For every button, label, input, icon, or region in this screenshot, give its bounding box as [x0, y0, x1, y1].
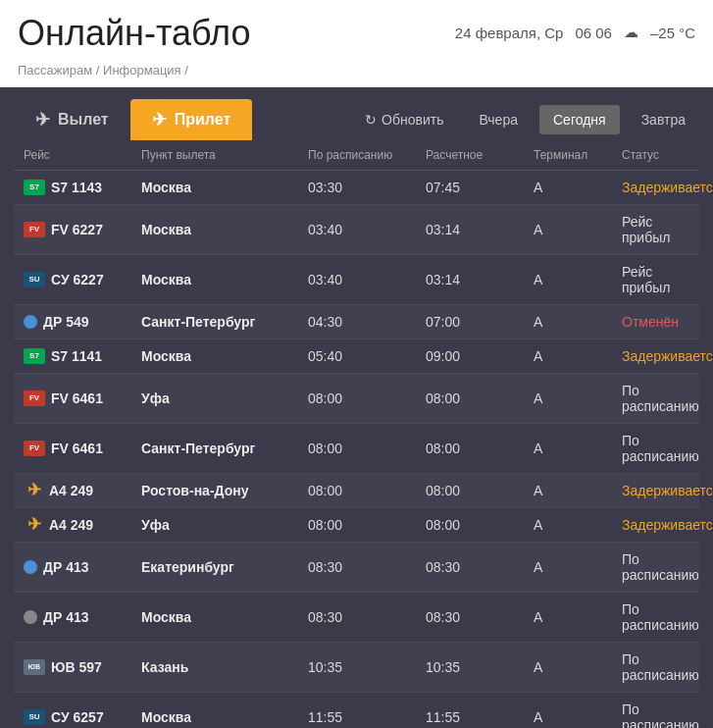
airline-icon: [24, 610, 37, 624]
flight-terminal: A: [534, 314, 622, 330]
refresh-button[interactable]: ↻ Обновить: [351, 105, 457, 134]
breadcrumb-item: Информация: [103, 63, 181, 78]
today-button[interactable]: Сегодня: [539, 105, 620, 134]
flight-number: SU СУ 6257: [24, 709, 141, 725]
table-row[interactable]: ✈ A4 249 Уфа 08:00 08:00 A Задерживается: [14, 508, 699, 543]
table-row[interactable]: ✈ A4 249 Ростов-на-Дону 08:00 08:00 A За…: [14, 474, 699, 508]
airline-icon: FV: [24, 441, 45, 456]
refresh-icon: ↻: [365, 112, 377, 128]
flight-status: По расписанию: [622, 433, 699, 464]
flight-terminal: A: [534, 272, 622, 287]
flight-number: ✈ A4 249: [24, 483, 141, 498]
flight-scheduled: 03:40: [308, 272, 426, 287]
breadcrumb: Пассажирам / Информация /: [0, 59, 713, 87]
table-row[interactable]: ЮВ ЮВ 597 Казань 10:35 10:35 A По распис…: [14, 643, 699, 693]
table-row[interactable]: ДР 549 Санкт-Петербург 04:30 07:00 A Отм…: [14, 305, 699, 339]
flight-estimated: 07:45: [426, 180, 534, 195]
flight-terminal: A: [534, 609, 622, 625]
flight-origin: Ростов-на-Дону: [141, 483, 308, 498]
col-scheduled: По расписанию: [308, 148, 426, 162]
airline-icon: ЮВ: [24, 659, 45, 675]
weather-icon: ☁: [624, 24, 638, 41]
flight-scheduled: 08:30: [308, 559, 426, 575]
flight-terminal: A: [534, 483, 622, 498]
flight-scheduled: 05:40: [308, 348, 426, 364]
airline-icon: S7: [24, 348, 45, 364]
airline-icon: ✈: [24, 483, 45, 498]
flight-estimated: 03:14: [426, 222, 534, 237]
table-row[interactable]: FV FV 6461 Санкт-Петербург 08:00 08:00 A…: [14, 424, 699, 474]
table-row[interactable]: SU СУ 6257 Москва 11:55 11:55 A По распи…: [14, 693, 699, 728]
header-date: 24 февраля, Ср: [455, 25, 564, 41]
flight-number: S7 S7 1143: [24, 180, 141, 195]
flight-terminal: A: [534, 390, 622, 406]
flight-number: ✈ A4 249: [24, 517, 141, 533]
tabs-bar: ✈ Вылет ✈ Прилет ↻ Обновить Вчера Сегодн…: [0, 87, 713, 140]
airline-icon: FV: [24, 390, 45, 406]
arrival-icon: ✈: [152, 109, 167, 130]
flight-status: По расписанию: [622, 601, 699, 633]
airline-icon: [24, 315, 37, 329]
airline-icon: S7: [24, 180, 45, 195]
table-row[interactable]: ДР 413 Екатеринбург 08:30 08:30 A По рас…: [14, 543, 699, 593]
flight-scheduled: 08:30: [308, 609, 426, 625]
flight-status: По расписанию: [622, 551, 699, 583]
table-row[interactable]: S7 S7 1143 Москва 03:30 07:45 A Задержив…: [14, 171, 699, 205]
flight-terminal: A: [534, 659, 622, 675]
flight-scheduled: 08:00: [308, 441, 426, 456]
departure-icon: ✈: [35, 109, 50, 130]
flight-origin: Санкт-Петербург: [141, 314, 308, 330]
table-row[interactable]: ДР 413 Москва 08:30 08:30 A По расписани…: [14, 593, 699, 643]
flight-scheduled: 03:40: [308, 222, 426, 237]
flight-status: Рейс прибыл: [622, 264, 689, 295]
flight-estimated: 07:00: [426, 314, 534, 330]
tab-arrival[interactable]: ✈ Прилет: [130, 99, 253, 140]
table-row[interactable]: S7 S7 1141 Москва 05:40 09:00 A Задержив…: [14, 339, 699, 374]
flight-origin: Уфа: [141, 517, 308, 533]
col-terminal: Терминал: [534, 148, 622, 162]
flight-number: S7 S7 1141: [24, 348, 141, 364]
flight-estimated: 08:30: [426, 609, 534, 625]
flight-board: ✈ Вылет ✈ Прилет ↻ Обновить Вчера Сегодн…: [0, 87, 713, 728]
flight-number: ДР 413: [24, 559, 141, 575]
flight-status: По расписанию: [622, 651, 699, 683]
table-row[interactable]: FV FV 6227 Москва 03:40 03:14 A Рейс при…: [14, 205, 699, 255]
flight-estimated: 09:00: [426, 348, 534, 364]
flight-origin: Москва: [141, 709, 308, 725]
flight-terminal: A: [534, 517, 622, 533]
tomorrow-button[interactable]: Завтра: [628, 105, 699, 134]
table-row[interactable]: FV FV 6461 Уфа 08:00 08:00 A По расписан…: [14, 374, 699, 424]
col-status: Статус: [622, 148, 689, 162]
flights-table: Рейс Пункт вылета По расписанию Расчетно…: [14, 140, 699, 728]
flight-scheduled: 04:30: [308, 314, 426, 330]
breadcrumb-item: Пассажирам: [18, 63, 92, 78]
page-title: Онлайн-табло: [18, 14, 250, 53]
flight-status: Задерживается: [622, 180, 713, 195]
temperature: –25 °С: [650, 25, 695, 41]
tab-departure-label: Вылет: [58, 111, 109, 129]
flight-status: Задерживается: [622, 348, 713, 364]
flight-scheduled: 08:00: [308, 390, 426, 406]
yesterday-button[interactable]: Вчера: [465, 105, 532, 134]
flight-terminal: A: [534, 709, 622, 725]
flight-origin: Москва: [141, 348, 308, 364]
flight-origin: Екатеринбург: [141, 559, 308, 575]
flight-terminal: A: [534, 348, 622, 364]
flight-origin: Москва: [141, 180, 308, 195]
flight-number: SU СУ 6227: [24, 272, 141, 287]
flight-estimated: 10:35: [426, 659, 534, 675]
flight-estimated: 08:00: [426, 390, 534, 406]
flight-origin: Казань: [141, 659, 308, 675]
tab-departure[interactable]: ✈ Вылет: [14, 99, 130, 140]
airline-icon: FV: [24, 222, 45, 237]
flight-estimated: 11:55: [426, 709, 534, 725]
flight-estimated: 08:00: [426, 483, 534, 498]
airline-icon: SU: [24, 272, 45, 287]
header-time: 06 06: [575, 25, 612, 41]
flight-scheduled: 03:30: [308, 180, 426, 195]
table-row[interactable]: SU СУ 6227 Москва 03:40 03:14 A Рейс при…: [14, 255, 699, 305]
flight-scheduled: 08:00: [308, 483, 426, 498]
tab-arrival-label: Прилет: [175, 111, 231, 129]
flight-status: По расписанию: [622, 383, 699, 414]
col-origin: Пункт вылета: [141, 148, 308, 162]
